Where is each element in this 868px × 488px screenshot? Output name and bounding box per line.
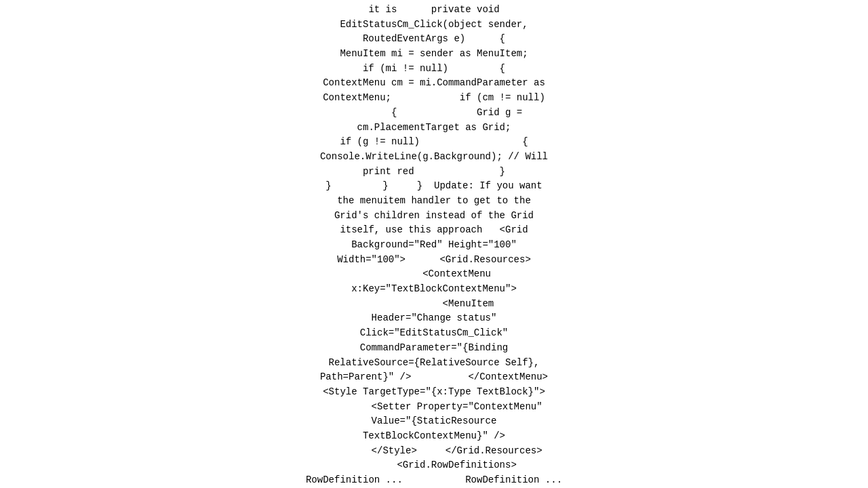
code-line: RelativeSource={RelativeSource Self}, <box>0 356 868 371</box>
code-line: itself, use this approach <Grid <box>0 223 868 238</box>
code-line: the menuitem handler to get to the <box>0 194 868 209</box>
code-line: Background="Red" Height="100" <box>0 238 868 253</box>
code-line: print red } <box>0 165 868 180</box>
code-line: EditStatusCm_Click(object sender, <box>0 18 868 33</box>
code-line: Value="{StaticResource <box>0 414 868 429</box>
code-line: <Grid.RowDefinitions> <box>0 458 868 473</box>
code-line: <MenuItem <box>0 297 868 312</box>
code-line: <ContextMenu <box>0 267 868 282</box>
code-line: ContextMenu; if (cm != null) <box>0 91 868 106</box>
code-line: it is private void <box>0 3 868 18</box>
code-line: Width="100"> <Grid.Resources> <box>0 253 868 268</box>
code-line: <Setter Property="ContextMenu" <box>0 400 868 415</box>
code-line: RowDefinition ... RowDefinition ... <box>0 473 868 488</box>
code-line: MenuItem mi = sender as MenuItem; <box>0 47 868 62</box>
code-line: Path=Parent}" /> </ContextMenu> <box>0 370 868 385</box>
code-line: CommandParameter="{Binding <box>0 341 868 356</box>
code-container: it is private voidEditStatusCm_Click(obj… <box>0 0 868 488</box>
code-line: TextBlockContextMenu}" /> <box>0 429 868 444</box>
code-line: Console.WriteLine(g.Background); // Will <box>0 150 868 165</box>
code-line: x:Key="TextBlockContextMenu"> <box>0 282 868 297</box>
code-line: ContextMenu cm = mi.CommandParameter as <box>0 76 868 91</box>
code-block: it is private voidEditStatusCm_Click(obj… <box>0 0 868 488</box>
code-line: { Grid g = <box>0 106 868 121</box>
code-line: if (g != null) { <box>0 135 868 150</box>
code-line: </Style> </Grid.Resources> <box>0 444 868 459</box>
code-line: Header="Change status" <box>0 311 868 326</box>
code-line: cm.PlacementTarget as Grid; <box>0 121 868 136</box>
code-line: <Style TargetType="{x:Type TextBlock}"> <box>0 385 868 400</box>
code-line: } } } Update: If you want <box>0 179 868 194</box>
code-line: RoutedEventArgs e) { <box>0 32 868 47</box>
code-line: if (mi != null) { <box>0 62 868 77</box>
code-line: Click="EditStatusCm_Click" <box>0 326 868 341</box>
code-line: Grid's children instead of the Grid <box>0 209 868 224</box>
